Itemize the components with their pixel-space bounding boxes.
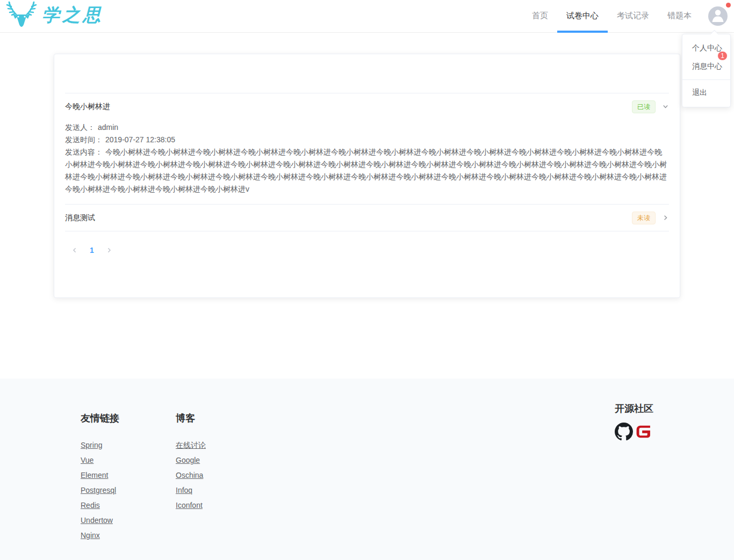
- message-body: 发送人：admin 发送时间：2019-07-27 12:38:05 发送内容：…: [65, 120, 669, 204]
- footer-link-iconfont[interactable]: Iconfont: [176, 501, 203, 510]
- nav-item-home[interactable]: 首页: [523, 0, 557, 33]
- footer-friend-links-column: 友情链接 Spring Vue Element Postgresql Redis…: [81, 404, 176, 543]
- deer-logo-icon: [4, 0, 39, 32]
- message-title: 今晚小树林进: [65, 102, 632, 112]
- footer-link-element[interactable]: Element: [81, 471, 108, 479]
- footer-community-block: 开源社区: [615, 402, 653, 541]
- menu-item-logout[interactable]: 退出: [682, 84, 730, 102]
- menu-divider: [682, 79, 730, 80]
- message-header[interactable]: 消息测试 未读: [65, 205, 669, 231]
- sender-label: 发送人：: [65, 123, 95, 132]
- brand-name: 学之思: [42, 0, 103, 30]
- user-dropdown-menu: 个人中心 消息中心 1 退出: [682, 34, 731, 107]
- message-header[interactable]: 今晚小树林进 已读: [65, 93, 669, 120]
- sender-row: 发送人：admin: [65, 121, 669, 134]
- message-item-expanded: 今晚小树林进 已读 发送人：admin 发送时间：2019-07-27 12:3…: [65, 93, 669, 205]
- footer-link-online-discussion[interactable]: 在线讨论: [176, 441, 206, 449]
- next-page-button[interactable]: [100, 243, 118, 258]
- chevron-down-icon[interactable]: [662, 103, 669, 110]
- footer-blog-column: 博客 在线讨论 Google Oschina Infoq Iconfont: [176, 404, 206, 543]
- prev-page-button[interactable]: [66, 243, 83, 258]
- nav-item-wrong-book[interactable]: 错题本: [658, 0, 701, 33]
- footer-link-google[interactable]: Google: [176, 456, 200, 464]
- menu-item-message-center[interactable]: 消息中心 1: [682, 57, 730, 76]
- user-avatar[interactable]: [708, 6, 728, 26]
- footer-link-nginx[interactable]: Nginx: [81, 531, 100, 540]
- send-time-label: 发送时间：: [65, 135, 103, 144]
- gitee-icon[interactable]: [635, 423, 652, 442]
- message-item-collapsed: 消息测试 未读: [65, 205, 669, 231]
- footer-link-undertow[interactable]: Undertow: [81, 516, 113, 525]
- footer-link-infoq[interactable]: Infoq: [176, 486, 192, 494]
- content-value: 今晚小树林进今晚小树林进今晚小树林进今晚小树林进今晚小树林进今晚小树林进今晚小树…: [65, 148, 667, 193]
- content-row: 发送内容：今晚小树林进今晚小树林进今晚小树林进今晚小树林进今晚小树林进今晚小树林…: [65, 146, 669, 195]
- header: 学之思 首页 试卷中心 考试记录 错题本: [0, 0, 734, 33]
- status-badge-unread: 未读: [632, 212, 656, 224]
- status-badge-read: 已读: [632, 100, 656, 113]
- message-collapse-list: 今晚小树林进 已读 发送人：admin 发送时间：2019-07-27 12:3…: [65, 93, 669, 231]
- user-icon: [708, 6, 728, 26]
- menu-item-message-center-label: 消息中心: [692, 62, 722, 70]
- send-time-value: 2019-07-27 12:38:05: [105, 135, 175, 144]
- page-number-current[interactable]: 1: [83, 243, 100, 258]
- footer-link-postgresql[interactable]: Postgresql: [81, 486, 116, 494]
- message-title: 消息测试: [65, 213, 632, 223]
- sender-value: admin: [98, 123, 118, 132]
- github-icon[interactable]: [615, 423, 633, 443]
- card-top-spacer: [65, 65, 669, 93]
- footer-link-vue[interactable]: Vue: [81, 456, 93, 464]
- footer-link-spring[interactable]: Spring: [81, 441, 102, 449]
- community-title: 开源社区: [615, 402, 653, 415]
- pagination: 1: [66, 243, 669, 258]
- footer-link-redis[interactable]: Redis: [81, 501, 100, 510]
- notification-dot: [726, 3, 731, 8]
- content-label: 发送内容：: [65, 148, 103, 156]
- footer-column-title: 博客: [176, 412, 206, 425]
- footer-link-oschina[interactable]: Oschina: [176, 471, 203, 479]
- footer: 友情链接 Spring Vue Element Postgresql Redis…: [0, 379, 734, 560]
- chevron-right-icon[interactable]: [662, 214, 669, 221]
- unread-count-badge: 1: [717, 51, 728, 61]
- nav-item-exam-records[interactable]: 考试记录: [608, 0, 658, 33]
- message-list-card: 今晚小树林进 已读 发送人：admin 发送时间：2019-07-27 12:3…: [54, 54, 680, 298]
- logo[interactable]: 学之思: [4, 0, 103, 32]
- footer-column-title: 友情链接: [81, 412, 176, 425]
- send-time-row: 发送时间：2019-07-27 12:38:05: [65, 134, 669, 146]
- main-nav: 首页 试卷中心 考试记录 错题本: [523, 0, 734, 33]
- nav-item-exam-center[interactable]: 试卷中心: [557, 0, 608, 33]
